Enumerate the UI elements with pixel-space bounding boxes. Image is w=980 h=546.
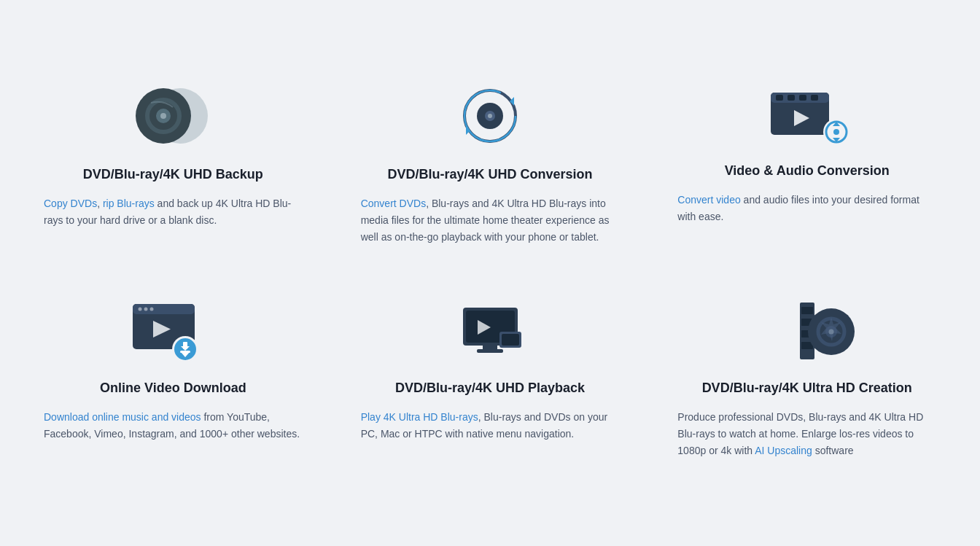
svg-point-21: [833, 129, 839, 135]
video-audio-desc: Convert video and audio files into your …: [677, 192, 936, 225]
feature-card-video-audio: Video & Audio Conversion Convert video a…: [648, 58, 965, 275]
svg-rect-14: [776, 95, 783, 101]
copy-dvds-link[interactable]: Copy DVDs: [44, 198, 97, 209]
svg-rect-31: [183, 342, 187, 349]
svg-point-24: [139, 308, 142, 311]
svg-rect-15: [788, 95, 795, 101]
online-video-icon: [44, 297, 303, 366]
svg-rect-42: [801, 307, 813, 314]
video-audio-title: Video & Audio Conversion: [677, 163, 936, 179]
dvd-creation-desc: Produce professional DVDs, Blu-rays and …: [677, 409, 936, 459]
ai-upscaling-link[interactable]: AI Upscaling: [755, 445, 812, 456]
download-music-videos-link[interactable]: Download online music and videos: [44, 411, 201, 423]
svg-point-25: [144, 308, 148, 311]
dvd-creation-title: DVD/Blu-ray/4K Ultra HD Creation: [677, 381, 936, 396]
dvd-backup-icon: [44, 79, 303, 152]
feature-card-dvd-conversion: DVD/Blu-ray/4K UHD Conversion Convert DV…: [332, 58, 649, 275]
feature-card-dvd-backup: DVD/Blu-ray/4K UHD Backup Copy DVDs, rip…: [15, 58, 332, 275]
dvd-backup-title: DVD/Blu-ray/4K UHD Backup: [44, 167, 303, 182]
svg-rect-36: [483, 346, 497, 349]
feature-card-online-video: Online Video Download Download online mu…: [15, 275, 332, 488]
convert-video-link[interactable]: Convert video: [677, 194, 740, 206]
play-4k-link[interactable]: Play 4K Ultra HD Blu-rays: [361, 411, 478, 423]
dvd-creation-icon: [677, 297, 936, 366]
svg-rect-16: [799, 95, 806, 101]
feature-card-dvd-playback: DVD/Blu-ray/4K UHD Playback Play 4K Ultr…: [332, 275, 649, 488]
dvd-conversion-desc: Convert DVDs, Blu-rays and 4K Ultra HD B…: [361, 195, 620, 246]
dvd-playback-title: DVD/Blu-ray/4K UHD Playback: [361, 381, 620, 396]
feature-card-dvd-creation: DVD/Blu-ray/4K Ultra HD Creation Produce…: [648, 275, 965, 488]
dvd-backup-desc: Copy DVDs, rip Blu-rays and back up 4K U…: [44, 195, 303, 229]
dvd-conversion-title: DVD/Blu-ray/4K UHD Conversion: [361, 167, 620, 182]
svg-point-26: [150, 308, 154, 311]
dvd-playback-desc: Play 4K Ultra HD Blu-rays, Blu-rays and …: [361, 409, 620, 442]
features-grid: DVD/Blu-ray/4K UHD Backup Copy DVDs, rip…: [0, 36, 980, 511]
svg-point-6: [160, 113, 166, 119]
online-video-desc: Download online music and videos from Yo…: [44, 409, 303, 442]
svg-point-10: [488, 114, 492, 118]
svg-rect-17: [811, 95, 818, 101]
rip-blurays-link[interactable]: rip Blu-rays: [103, 198, 155, 209]
dvd-playback-icon: [361, 297, 620, 366]
online-video-title: Online Video Download: [44, 381, 303, 396]
svg-rect-39: [502, 334, 519, 346]
video-audio-icon: [677, 79, 936, 149]
svg-rect-23: [133, 304, 195, 314]
convert-dvds-link[interactable]: Convert DVDs: [361, 198, 426, 209]
svg-rect-37: [477, 349, 503, 353]
dvd-conversion-icon: [361, 79, 620, 152]
